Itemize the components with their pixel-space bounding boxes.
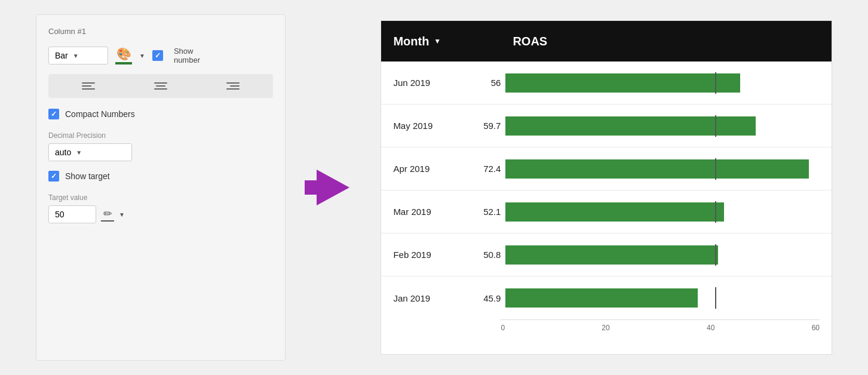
value-label: 50.8 [465,250,501,260]
arrow-container [309,170,357,205]
table-row: Feb 2019 50.8 [381,233,832,276]
show-target-label: Show target [65,171,110,181]
right-arrow-icon [317,170,349,205]
value-label: 56 [465,78,501,88]
bar-container [505,244,820,266]
bar [505,245,718,265]
target-value-section: Target value 50 ✏ ▼ [48,193,273,223]
table-row: Jan 2019 45.9 [381,276,832,319]
alignment-buttons [48,74,273,98]
paint-icon: 🎨 [116,47,131,61]
show-number-checkbox[interactable] [152,50,163,61]
decimal-precision-label: Decimal Precision [48,131,273,140]
show-target-row: Show target [48,171,273,182]
chart-type-label: Bar [55,51,68,60]
roas-header: ROAS [513,35,572,48]
color-bar [115,62,132,64]
bar [505,73,740,93]
color-picker-button[interactable]: 🎨 [115,47,132,64]
x-axis-label: 40 [707,324,714,332]
chart-type-caret: ▼ [73,53,79,59]
month-header[interactable]: Month ▼ [393,35,513,48]
target-value-input[interactable]: 50 [48,205,96,223]
month-label: Feb 2019 [393,250,465,260]
bar [505,202,723,222]
compact-numbers-checkbox[interactable] [48,109,59,119]
align-left-button[interactable] [52,79,124,93]
decimal-caret: ▼ [76,149,82,156]
bar-container [505,72,820,94]
show-number-label: Show number [174,47,200,64]
target-line [715,72,716,94]
month-label: Jun 2019 [393,78,465,88]
target-line [715,287,716,309]
bar-container [505,158,820,180]
compact-numbers-row: Compact Numbers [48,109,273,119]
column-title: Column #1 [48,27,273,36]
bar [505,159,808,179]
table-row: Jun 2019 56 [381,62,832,104]
chart-body: Jun 2019 56 May 2019 59.7 Apr 2019 72.4 … [381,62,832,319]
pencil-icon: ✏ [103,207,112,220]
target-line [715,115,716,137]
target-line [715,244,716,266]
month-label: Mar 2019 [393,207,465,217]
bar-container [505,287,820,309]
value-label: 52.1 [465,207,501,217]
align-center-icon [154,82,167,90]
chart-type-select[interactable]: Bar ▼ [48,47,108,64]
chart-header: Month ▼ ROAS [381,21,832,62]
table-row: May 2019 59.7 [381,104,832,147]
month-label: Apr 2019 [393,164,465,174]
bar-container [505,115,820,137]
decimal-precision-section: Decimal Precision auto ▼ [48,131,273,161]
x-axis-label: 0 [501,324,505,332]
color-caret[interactable]: ▼ [139,53,145,59]
compact-numbers-label: Compact Numbers [65,109,135,119]
align-right-button[interactable] [197,79,269,93]
chart-panel: Month ▼ ROAS Jun 2019 56 May 2019 59.7 A… [381,20,832,355]
target-line [715,158,716,180]
value-label: 72.4 [465,164,501,174]
table-row: Mar 2019 52.1 [381,190,832,233]
month-label: Jan 2019 [393,293,465,303]
show-target-checkbox[interactable] [48,171,59,182]
edit-caret[interactable]: ▼ [119,211,125,218]
pencil-underline [101,220,114,222]
x-axis-label: 20 [602,324,609,332]
x-axis-labels: 0204060 [501,324,820,332]
bar [505,288,698,308]
target-line [715,201,716,223]
bar [505,116,755,136]
decimal-precision-value: auto [55,147,71,157]
align-right-icon [226,82,240,90]
value-label: 45.9 [465,293,501,303]
month-label: May 2019 [393,121,465,131]
bar-container [505,201,820,223]
x-axis: 0204060 [381,320,832,338]
x-axis-label: 60 [812,324,820,332]
align-left-icon [82,82,95,90]
align-center-button[interactable] [124,79,197,93]
value-label: 59.7 [465,121,501,131]
sort-icon: ▼ [434,37,441,45]
target-value-label: Target value [48,193,273,202]
edit-button[interactable]: ✏ [101,207,114,222]
settings-panel: Column #1 Bar ▼ 🎨 ▼ Show number [36,14,286,361]
table-row: Apr 2019 72.4 [381,147,832,190]
decimal-precision-select[interactable]: auto ▼ [48,143,132,161]
